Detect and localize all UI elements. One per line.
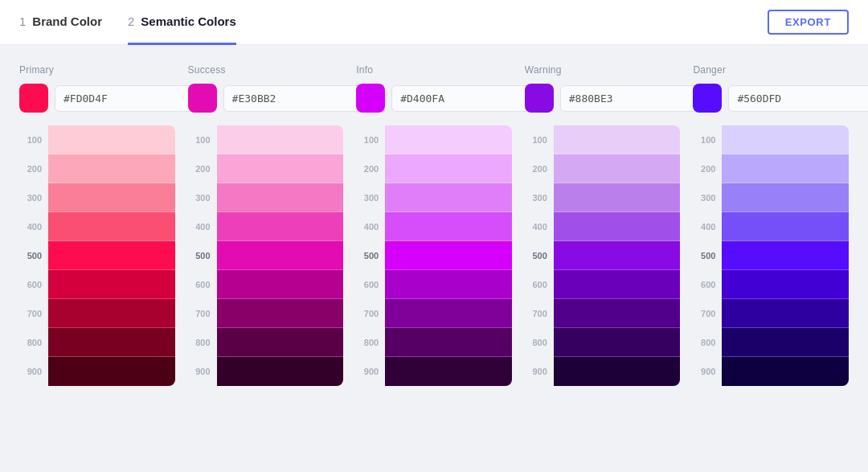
palette-color-block[interactable] (217, 270, 344, 299)
palette-row-label: 500 (356, 251, 385, 261)
palette-color-block[interactable] (48, 154, 175, 183)
warning-palette: 100200300400500600700800900 (525, 125, 681, 386)
section-success: Success100200300400500600700800900 (188, 64, 357, 386)
palette-row-label: 500 (693, 251, 722, 261)
palette-color-block[interactable] (722, 299, 849, 328)
palette-color-block[interactable] (722, 154, 849, 183)
palette-color-block[interactable] (554, 125, 681, 154)
palette-color-block[interactable] (722, 241, 849, 270)
palette-row: 500 (525, 241, 681, 270)
palette-row: 600 (525, 270, 681, 299)
palette-row: 800 (19, 328, 175, 357)
palette-row-label: 800 (693, 338, 722, 347)
palette-color-block[interactable] (217, 154, 344, 183)
palette-color-block[interactable] (48, 357, 175, 386)
palette-row-label: 500 (525, 251, 554, 261)
palette-row: 800 (525, 328, 681, 357)
tab1-number: 1 (19, 14, 26, 28)
danger-hex-input[interactable] (728, 85, 868, 112)
palette-color-block[interactable] (554, 299, 681, 328)
palette-color-block[interactable] (217, 183, 344, 212)
palette-color-block[interactable] (385, 154, 512, 183)
palette-color-block[interactable] (48, 299, 175, 328)
palette-row: 300 (693, 183, 849, 212)
palette-color-block[interactable] (554, 183, 681, 212)
palette-color-block[interactable] (554, 357, 681, 386)
palette-color-block[interactable] (722, 183, 849, 212)
palette-color-block[interactable] (385, 328, 512, 357)
palette-color-block[interactable] (385, 270, 512, 299)
palette-row: 100 (188, 125, 344, 154)
palette-color-block[interactable] (554, 328, 681, 357)
primary-hex-input[interactable] (55, 85, 208, 112)
palette-color-block[interactable] (722, 212, 849, 241)
palette-color-block[interactable] (385, 357, 512, 386)
palette-row-label: 100 (525, 135, 554, 145)
palette-row-label: 900 (525, 367, 554, 376)
palette-row: 600 (19, 270, 175, 299)
palette-color-block[interactable] (385, 183, 512, 212)
palette-row-label: 200 (356, 164, 385, 174)
palette-color-block[interactable] (48, 241, 175, 270)
palette-color-block[interactable] (722, 328, 849, 357)
palette-color-block[interactable] (722, 125, 849, 154)
palette-color-block[interactable] (385, 241, 512, 270)
palette-row: 100 (19, 125, 175, 154)
palette-row: 900 (356, 357, 512, 386)
palette-row: 800 (693, 328, 849, 357)
primary-palette: 100200300400500600700800900 (19, 125, 175, 386)
info-label: Info (356, 64, 512, 76)
tab-semantic-colors[interactable]: 2 Semantic Colors (128, 0, 236, 45)
palette-color-block[interactable] (217, 212, 344, 241)
palette-color-block[interactable] (722, 270, 849, 299)
palette-color-block[interactable] (554, 241, 681, 270)
app-container: 1 Brand Color 2 Semantic Colors EXPORT P… (0, 0, 868, 399)
palette-color-block[interactable] (385, 299, 512, 328)
palette-row-label: 200 (19, 164, 48, 174)
palette-color-block[interactable] (217, 125, 344, 154)
palette-color-block[interactable] (554, 212, 681, 241)
palette-row-label: 700 (693, 309, 722, 318)
palette-color-block[interactable] (554, 270, 681, 299)
palette-row-label: 900 (356, 367, 385, 376)
palette-row-label: 700 (19, 309, 48, 318)
palette-color-block[interactable] (48, 212, 175, 241)
palette-row: 300 (19, 183, 175, 212)
palette-row: 500 (356, 241, 512, 270)
palette-row: 200 (525, 154, 681, 183)
palette-color-block[interactable] (554, 154, 681, 183)
palette-row-label: 300 (693, 193, 722, 203)
palette-color-block[interactable] (217, 241, 344, 270)
palette-color-block[interactable] (385, 212, 512, 241)
palette-color-block[interactable] (48, 125, 175, 154)
palette-row-label: 700 (525, 309, 554, 318)
palette-row-label: 200 (188, 164, 217, 174)
palette-color-block[interactable] (385, 125, 512, 154)
palette-color-block[interactable] (217, 357, 344, 386)
palette-row: 900 (525, 357, 681, 386)
palette-color-block[interactable] (217, 299, 344, 328)
tab-brand-color[interactable]: 1 Brand Color (19, 0, 102, 45)
palette-row: 700 (525, 299, 681, 328)
export-button[interactable]: EXPORT (768, 10, 849, 35)
palette-row-label: 600 (19, 280, 48, 289)
palette-row: 700 (19, 299, 175, 328)
section-info: Info100200300400500600700800900 (356, 64, 525, 386)
success-hex-input[interactable] (223, 85, 377, 112)
success-swatch (188, 84, 217, 113)
palette-color-block[interactable] (217, 328, 344, 357)
palette-color-block[interactable] (722, 357, 849, 386)
info-swatch (356, 84, 385, 113)
palette-row: 300 (188, 183, 344, 212)
palette-row: 900 (188, 357, 344, 386)
palette-color-block[interactable] (48, 328, 175, 357)
warning-hex-input[interactable] (560, 85, 714, 112)
info-hex-input[interactable] (391, 85, 545, 112)
warning-swatch (525, 84, 554, 113)
palette-row: 500 (188, 241, 344, 270)
palette-color-block[interactable] (48, 270, 175, 299)
palette-row-label: 300 (19, 193, 48, 203)
palette-color-block[interactable] (48, 183, 175, 212)
palette-row-label: 100 (693, 135, 722, 145)
palette-row: 700 (188, 299, 344, 328)
